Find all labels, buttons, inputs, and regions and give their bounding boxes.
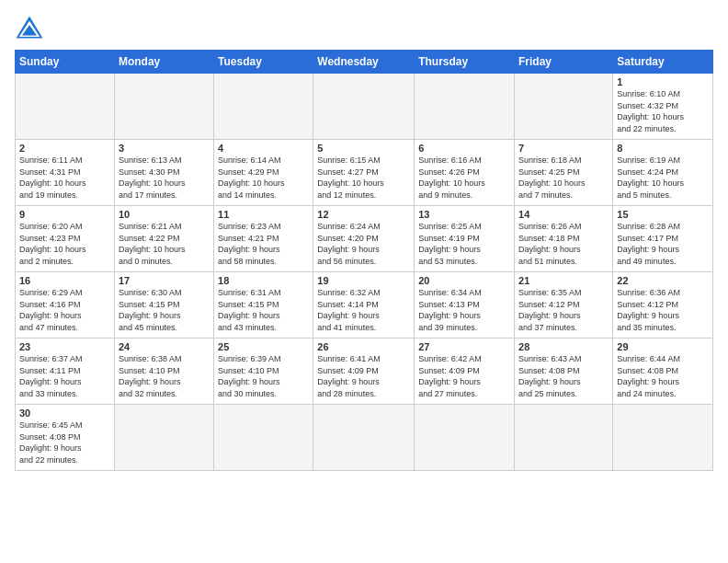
logo-icon [15, 15, 44, 40]
day-info: Sunrise: 6:15 AM Sunset: 4:27 PM Dayligh… [317, 155, 410, 201]
day-info: Sunrise: 6:38 AM Sunset: 4:10 PM Dayligh… [119, 353, 210, 399]
day-info: Sunrise: 6:23 AM Sunset: 4:21 PM Dayligh… [218, 221, 309, 267]
calendar-cell: 6Sunrise: 6:16 AM Sunset: 4:26 PM Daylig… [415, 140, 515, 206]
calendar-cell [313, 74, 415, 140]
calendar-cell [415, 74, 515, 140]
day-info: Sunrise: 6:35 AM Sunset: 4:12 PM Dayligh… [518, 287, 609, 333]
weekday-header: Monday [114, 51, 213, 74]
day-info: Sunrise: 6:42 AM Sunset: 4:09 PM Dayligh… [418, 353, 510, 399]
calendar-cell: 4Sunrise: 6:14 AM Sunset: 4:29 PM Daylig… [214, 140, 313, 206]
calendar-cell: 5Sunrise: 6:15 AM Sunset: 4:27 PM Daylig… [313, 140, 415, 206]
day-number: 1 [617, 76, 709, 87]
day-number: 13 [418, 209, 510, 220]
calendar-cell: 28Sunrise: 6:43 AM Sunset: 4:08 PM Dayli… [515, 339, 613, 405]
calendar-cell: 23Sunrise: 6:37 AM Sunset: 4:11 PM Dayli… [16, 339, 115, 405]
day-number: 16 [19, 275, 110, 286]
calendar-cell: 1Sunrise: 6:10 AM Sunset: 4:32 PM Daylig… [613, 74, 713, 140]
day-number: 11 [218, 209, 309, 220]
calendar-cell [214, 74, 313, 140]
day-number: 21 [518, 275, 609, 286]
day-info: Sunrise: 6:11 AM Sunset: 4:31 PM Dayligh… [19, 155, 110, 201]
day-info: Sunrise: 6:32 AM Sunset: 4:14 PM Dayligh… [317, 287, 410, 333]
day-number: 25 [218, 341, 309, 352]
day-info: Sunrise: 6:37 AM Sunset: 4:11 PM Dayligh… [19, 353, 110, 399]
calendar-cell [114, 74, 213, 140]
weekday-header: Friday [515, 51, 613, 74]
day-info: Sunrise: 6:19 AM Sunset: 4:24 PM Dayligh… [617, 155, 709, 201]
day-info: Sunrise: 6:39 AM Sunset: 4:10 PM Dayligh… [218, 353, 309, 399]
calendar-cell: 17Sunrise: 6:30 AM Sunset: 4:15 PM Dayli… [114, 272, 213, 339]
calendar-cell: 10Sunrise: 6:21 AM Sunset: 4:22 PM Dayli… [114, 206, 213, 272]
page: SundayMondayTuesdayWednesdayThursdayFrid… [0, 0, 728, 563]
day-info: Sunrise: 6:31 AM Sunset: 4:15 PM Dayligh… [218, 287, 309, 333]
day-number: 14 [518, 209, 609, 220]
calendar-cell: 8Sunrise: 6:19 AM Sunset: 4:24 PM Daylig… [613, 140, 713, 206]
day-info: Sunrise: 6:26 AM Sunset: 4:18 PM Dayligh… [518, 221, 609, 267]
day-info: Sunrise: 6:41 AM Sunset: 4:09 PM Dayligh… [317, 353, 410, 399]
day-number: 18 [218, 275, 309, 286]
calendar-cell [515, 74, 613, 140]
calendar-cell: 25Sunrise: 6:39 AM Sunset: 4:10 PM Dayli… [214, 339, 313, 405]
day-info: Sunrise: 6:45 AM Sunset: 4:08 PM Dayligh… [19, 419, 110, 465]
calendar-cell: 2Sunrise: 6:11 AM Sunset: 4:31 PM Daylig… [16, 140, 115, 206]
calendar-cell [415, 405, 515, 471]
calendar-table: SundayMondayTuesdayWednesdayThursdayFrid… [15, 50, 713, 471]
calendar-cell [313, 405, 415, 471]
calendar-cell [515, 405, 613, 471]
day-info: Sunrise: 6:25 AM Sunset: 4:19 PM Dayligh… [418, 221, 510, 267]
calendar-cell: 20Sunrise: 6:34 AM Sunset: 4:13 PM Dayli… [415, 272, 515, 339]
day-info: Sunrise: 6:29 AM Sunset: 4:16 PM Dayligh… [19, 287, 110, 333]
weekday-header: Tuesday [214, 51, 313, 74]
day-number: 27 [418, 341, 510, 352]
calendar-cell: 11Sunrise: 6:23 AM Sunset: 4:21 PM Dayli… [214, 206, 313, 272]
calendar-cell: 27Sunrise: 6:42 AM Sunset: 4:09 PM Dayli… [415, 339, 515, 405]
calendar-cell [16, 74, 115, 140]
day-info: Sunrise: 6:44 AM Sunset: 4:08 PM Dayligh… [617, 353, 709, 399]
calendar-cell [613, 405, 713, 471]
day-number: 9 [19, 209, 110, 220]
calendar-cell [114, 405, 213, 471]
day-info: Sunrise: 6:36 AM Sunset: 4:12 PM Dayligh… [617, 287, 709, 333]
weekday-header: Saturday [613, 51, 713, 74]
day-info: Sunrise: 6:20 AM Sunset: 4:23 PM Dayligh… [19, 221, 110, 267]
day-number: 15 [617, 209, 709, 220]
calendar-cell: 19Sunrise: 6:32 AM Sunset: 4:14 PM Dayli… [313, 272, 415, 339]
weekday-header: Thursday [415, 51, 515, 74]
weekday-header: Sunday [16, 51, 115, 74]
day-info: Sunrise: 6:43 AM Sunset: 4:08 PM Dayligh… [518, 353, 609, 399]
calendar-cell: 21Sunrise: 6:35 AM Sunset: 4:12 PM Dayli… [515, 272, 613, 339]
calendar-cell [214, 405, 313, 471]
logo [15, 15, 48, 40]
day-number: 29 [617, 341, 709, 352]
calendar-cell: 24Sunrise: 6:38 AM Sunset: 4:10 PM Dayli… [114, 339, 213, 405]
calendar-cell: 29Sunrise: 6:44 AM Sunset: 4:08 PM Dayli… [613, 339, 713, 405]
day-info: Sunrise: 6:21 AM Sunset: 4:22 PM Dayligh… [119, 221, 210, 267]
day-number: 22 [617, 275, 709, 286]
day-number: 20 [418, 275, 510, 286]
day-info: Sunrise: 6:10 AM Sunset: 4:32 PM Dayligh… [617, 88, 709, 134]
day-info: Sunrise: 6:14 AM Sunset: 4:29 PM Dayligh… [218, 155, 309, 201]
day-number: 2 [19, 143, 110, 154]
day-number: 10 [119, 209, 210, 220]
calendar-cell: 7Sunrise: 6:18 AM Sunset: 4:25 PM Daylig… [515, 140, 613, 206]
day-number: 3 [119, 143, 210, 154]
day-number: 7 [518, 143, 609, 154]
day-number: 4 [218, 143, 309, 154]
calendar-cell: 13Sunrise: 6:25 AM Sunset: 4:19 PM Dayli… [415, 206, 515, 272]
day-info: Sunrise: 6:16 AM Sunset: 4:26 PM Dayligh… [418, 155, 510, 201]
calendar-cell: 16Sunrise: 6:29 AM Sunset: 4:16 PM Dayli… [16, 272, 115, 339]
header [15, 15, 713, 40]
day-number: 24 [119, 341, 210, 352]
day-info: Sunrise: 6:34 AM Sunset: 4:13 PM Dayligh… [418, 287, 510, 333]
calendar-cell: 22Sunrise: 6:36 AM Sunset: 4:12 PM Dayli… [613, 272, 713, 339]
day-number: 6 [418, 143, 510, 154]
day-number: 26 [317, 341, 410, 352]
day-info: Sunrise: 6:28 AM Sunset: 4:17 PM Dayligh… [617, 221, 709, 267]
day-info: Sunrise: 6:24 AM Sunset: 4:20 PM Dayligh… [317, 221, 410, 267]
day-number: 28 [518, 341, 609, 352]
calendar-cell: 9Sunrise: 6:20 AM Sunset: 4:23 PM Daylig… [16, 206, 115, 272]
day-number: 12 [317, 209, 410, 220]
calendar-cell: 26Sunrise: 6:41 AM Sunset: 4:09 PM Dayli… [313, 339, 415, 405]
day-number: 5 [317, 143, 410, 154]
day-info: Sunrise: 6:30 AM Sunset: 4:15 PM Dayligh… [119, 287, 210, 333]
